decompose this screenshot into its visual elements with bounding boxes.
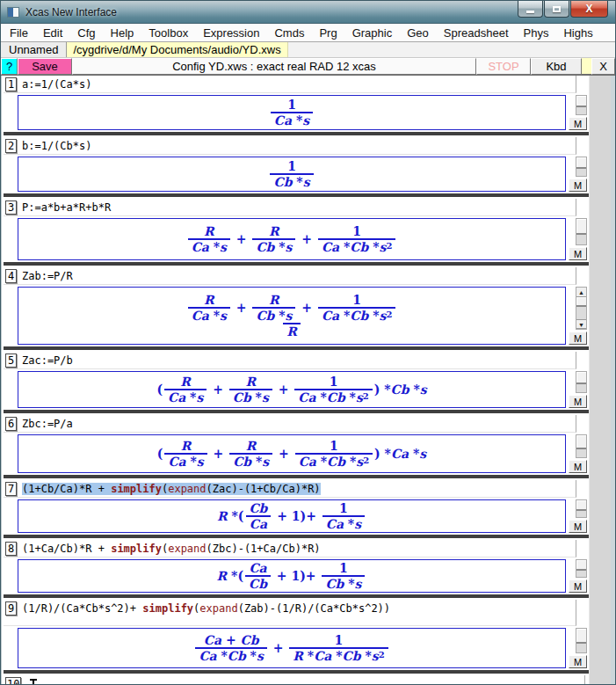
menu-geo[interactable]: Geo — [407, 26, 429, 40]
scrollbar-thumb[interactable] — [576, 96, 586, 107]
entry-input-line[interactable]: 2b:=1/(Cb*s) — [4, 137, 576, 155]
entry-input[interactable]: (1+Cb/Ca)*R + simplify(expand(Zac)-(1+Cb… — [20, 481, 322, 496]
entry-number[interactable]: 1 — [5, 77, 17, 91]
entry-separator — [4, 132, 589, 135]
scrollbar-thumb[interactable] — [576, 435, 586, 449]
close-icon: X — [585, 3, 592, 15]
menu-toolbox[interactable]: Toolbox — [149, 26, 188, 40]
entry-input-line[interactable]: 3P:=a*b+a*R+b*R — [4, 199, 576, 216]
entry-output[interactable]: R *(CbCa + 1)+ 1Ca *s — [18, 499, 566, 533]
entry-number[interactable]: 8 — [5, 542, 17, 556]
entry-number[interactable]: 5 — [5, 353, 17, 368]
entry-input[interactable]: (1+Ca/Cb)*R + simplify(expand(Zbc)-(1+Ca… — [20, 541, 322, 556]
entry-input[interactable]: Zac:=P/b — [20, 353, 74, 368]
entry-input[interactable]: a:=1/(Ca*s) — [20, 77, 92, 91]
close-session-button[interactable]: X — [591, 58, 615, 75]
entry-input[interactable]: P:=a*b+a*R+b*R — [20, 200, 112, 215]
output-menu-button[interactable]: M — [569, 460, 587, 473]
entry-number[interactable]: 10 — [5, 677, 21, 684]
menu-graphic[interactable]: Graphic — [352, 26, 393, 40]
menu-expression[interactable]: Expression — [203, 26, 259, 40]
math-variable: Ca — [249, 561, 266, 575]
entry-input-line[interactable]: 5Zac:=P/b — [4, 352, 576, 369]
menu-cfg[interactable]: Cfg — [77, 26, 95, 40]
close-button[interactable]: X — [570, 1, 608, 18]
output-menu-button[interactable]: M — [569, 579, 587, 593]
session-scrollbar-gutter[interactable] — [589, 76, 615, 684]
entry-number[interactable]: 2 — [5, 139, 17, 153]
entry-number[interactable]: 4 — [5, 269, 17, 283]
entry-number[interactable]: 6 — [5, 417, 17, 431]
output-menu-button[interactable]: M — [569, 395, 587, 408]
entry-output[interactable]: (RCa *s + RCb *s + 1Ca *Cb *s2) *Ca *s — [18, 434, 566, 473]
entry-number[interactable]: 7 — [5, 482, 17, 496]
entry-input-line[interactable]: 6Zbc:=P/a — [4, 415, 576, 433]
output-menu-button[interactable]: M — [569, 655, 587, 668]
scrollbar-thumb[interactable] — [576, 629, 586, 644]
entry-input-line[interactable]: 4Zab:=P/R — [4, 267, 576, 285]
scrollbar-thumb[interactable] — [576, 297, 586, 307]
output-menu-button[interactable]: M — [569, 117, 587, 130]
output-menu-button[interactable]: M — [569, 247, 587, 260]
menu-prg[interactable]: Prg — [319, 26, 337, 40]
session-tab[interactable]: Unnamed — [1, 42, 67, 57]
maximize-button[interactable] — [544, 1, 569, 18]
entry-input[interactable]: b:=1/(Cb*s) — [20, 138, 92, 153]
math-variable: Cb — [273, 175, 292, 189]
output-scrollbar[interactable] — [576, 434, 587, 458]
file-path[interactable]: /cygdrive/d/My Documents/audio/YD.xws — [67, 42, 287, 57]
scroll-down-icon[interactable]: ▼ — [576, 319, 586, 329]
scrollbar-thumb[interactable] — [576, 157, 586, 169]
help-button[interactable]: ? — [1, 58, 18, 75]
output-scrollbar[interactable] — [576, 95, 587, 115]
math-text: *( — [228, 509, 244, 523]
entry-output[interactable]: 1Ca *s — [18, 95, 566, 130]
entry-output[interactable]: RCa *s + RCb *s + 1Ca *Cb *s2R — [18, 287, 566, 345]
scrollbar-track[interactable] — [576, 297, 586, 319]
entry-output[interactable]: (RCa *s + RCb *s + 1Ca *Cb *s2) *Cb *s — [18, 371, 566, 408]
output-scrollbar[interactable] — [576, 371, 587, 393]
output-menu-button[interactable]: M — [569, 332, 587, 345]
entry-input-line[interactable]: 9(1/R)/(Ca*Cb*s^2)+ simplify(expand(Zab)… — [4, 600, 576, 626]
scrollbar-thumb[interactable] — [576, 560, 586, 571]
menu-highs[interactable]: Highs — [563, 26, 592, 40]
save-button[interactable]: Save — [18, 58, 72, 75]
scroll-up-icon[interactable]: ▲ — [576, 288, 586, 297]
output-scrollbar[interactable] — [576, 628, 587, 653]
entry-output[interactable]: Ca + CbCa *Cb *s + 1R *Ca *Cb *s2 — [18, 628, 566, 668]
output-scrollbar[interactable] — [576, 157, 587, 177]
menu-file[interactable]: File — [10, 26, 28, 40]
entry-input[interactable]: (1/R)/(Ca*Cb*s^2)+ simplify(expand(Zab)-… — [20, 601, 391, 616]
entry-number[interactable]: 3 — [5, 200, 17, 215]
entry-input-line[interactable]: 8(1+Ca/Cb)*R + simplify(expand(Zbc)-(1+C… — [4, 540, 576, 557]
output-menu-button[interactable]: M — [569, 179, 587, 192]
math-expression: (RCa *s + RCb *s + 1Ca *Cb *s2) *Cb *s — [156, 375, 426, 404]
output-scrollbar[interactable] — [576, 499, 587, 518]
config-status-button[interactable]: Config YD.xws : exact real RAD 12 xcas — [72, 58, 476, 75]
output-menu-button[interactable]: M — [569, 520, 587, 533]
entry-output[interactable]: 1Cb *s — [18, 157, 566, 192]
entry-output[interactable]: R *(CaCb + 1)+ 1Cb *s — [18, 559, 566, 593]
menu-spreadsheet[interactable]: Spreadsheet — [444, 26, 509, 40]
entry-input-line[interactable]: 1a:=1/(Ca*s) — [4, 76, 576, 93]
entry-number[interactable]: 9 — [5, 601, 17, 616]
output-scrollbar[interactable] — [576, 218, 587, 245]
scrollbar-thumb[interactable] — [576, 372, 586, 384]
scrollbar-thumb[interactable] — [576, 219, 586, 235]
menu-edit[interactable]: Edit — [43, 26, 62, 40]
menu-phys[interactable]: Phys — [524, 26, 549, 40]
output-scrollbar[interactable] — [576, 559, 587, 578]
entry-input[interactable]: Zab:=P/R — [20, 268, 74, 283]
entry-input-line[interactable]: 10 — [4, 675, 585, 684]
menu-help[interactable]: Help — [111, 26, 134, 40]
math-variable: s — [355, 577, 362, 591]
entry-input[interactable]: Zbc:=P/a — [20, 416, 74, 431]
scrollbar-thumb[interactable] — [576, 500, 586, 511]
entry-input-line[interactable]: 7(1+Cb/Ca)*R + simplify(expand(Zac)-(1+C… — [4, 480, 576, 498]
menu-cmds[interactable]: Cmds — [274, 26, 304, 40]
output-scrollbar[interactable]: ▲▼ — [576, 287, 587, 330]
entry-input[interactable] — [25, 676, 27, 679]
keyboard-toggle-button[interactable]: Kbd — [531, 58, 582, 75]
entry-output[interactable]: RCa *s + RCb *s + 1Ca *Cb *s2 — [18, 218, 566, 260]
minimize-button[interactable] — [518, 1, 543, 18]
